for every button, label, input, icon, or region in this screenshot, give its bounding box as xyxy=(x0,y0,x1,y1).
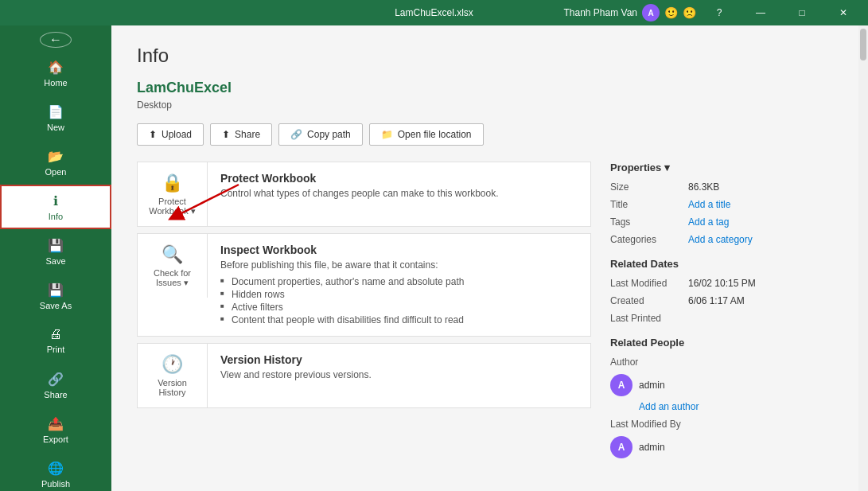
publish-icon: 🌐 xyxy=(48,461,64,476)
file-name: LamChuExcel xyxy=(137,80,833,96)
properties-table: Size 86.3KB Title Add a title Tags Add a… xyxy=(610,181,833,245)
page-title: Info xyxy=(137,45,833,67)
last-printed-row: Last Printed xyxy=(610,313,833,324)
inspect-workbook-card: 🔍 Check for Issues ▾ Inspect Workbook Be… xyxy=(137,233,591,337)
protect-workbook-desc: Control what types of changes people can… xyxy=(220,188,578,199)
last-modified-by-entry: A admin xyxy=(610,436,833,458)
sidebar-item-home[interactable]: 🏠 Home xyxy=(0,51,111,95)
last-printed-label: Last Printed xyxy=(610,313,682,324)
props-size-value: 86.3KB xyxy=(688,181,719,193)
add-author-link[interactable]: Add an author xyxy=(639,401,833,412)
share-label: Share xyxy=(235,129,260,140)
bullet-2: Hidden rows xyxy=(220,288,578,301)
action-buttons-row: ⬆ Upload ⬆ Share 🔗 Copy path 📁 Open file… xyxy=(137,123,833,146)
right-column: Properties ▾ Size 86.3KB Title Add a tit… xyxy=(610,162,833,463)
user-avatar: A xyxy=(642,4,660,21)
props-title-link[interactable]: Add a title xyxy=(688,199,730,210)
version-history-body: Version History View and restore previou… xyxy=(208,344,590,395)
sidebar-item-export[interactable]: 📤 Export xyxy=(0,407,111,452)
sidebar-item-open[interactable]: 📂 Open xyxy=(0,140,111,185)
version-history-button[interactable]: 🕐 Version History xyxy=(138,344,208,407)
close-button[interactable]: ✕ xyxy=(825,0,862,25)
props-title-row: Title Add a title xyxy=(610,199,833,210)
inspect-workbook-title: Inspect Workbook xyxy=(220,244,578,256)
minimize-button[interactable]: — xyxy=(742,0,779,25)
check-issues-button[interactable]: 🔍 Check for Issues ▾ xyxy=(138,234,208,298)
upload-button[interactable]: ⬆ Upload xyxy=(137,123,204,146)
copy-path-button[interactable]: 🔗 Copy path xyxy=(278,123,363,146)
last-modified-by-row: Last Modified By xyxy=(610,419,833,430)
share-btn-icon: ⬆ xyxy=(222,129,230,140)
home-icon: 🏠 xyxy=(48,60,64,75)
protect-workbook-title: Protect Workbook xyxy=(220,172,578,185)
maximize-button[interactable]: □ xyxy=(784,0,820,25)
last-modified-by-avatar: A xyxy=(610,436,633,458)
open-file-location-button[interactable]: 📁 Open file location xyxy=(369,123,484,146)
two-col-layout: 🔒 Protect Workbook ▾ Protect Workbook Co… xyxy=(137,162,833,463)
sidebar-item-print-label: Print xyxy=(47,345,65,354)
version-history-card: 🕐 Version History Version History View a… xyxy=(137,343,591,408)
upload-icon: ⬆ xyxy=(149,129,157,140)
copy-path-icon: 🔗 xyxy=(290,129,302,140)
props-categories-link[interactable]: Add a category xyxy=(688,234,753,245)
share-icon: 🔗 xyxy=(48,372,64,387)
sidebar-item-export-label: Export xyxy=(43,434,68,444)
last-modified-label: Last Modified xyxy=(610,278,682,289)
author-row: Author xyxy=(610,357,833,368)
author-label: Author xyxy=(610,357,682,368)
protect-workbook-button[interactable]: 🔒 Protect Workbook ▾ xyxy=(138,162,208,226)
sidebar-item-info-label: Info xyxy=(49,212,63,221)
props-tags-link[interactable]: Add a tag xyxy=(688,216,729,228)
last-modified-by-label: Last Modified By xyxy=(610,419,682,430)
upload-label: Upload xyxy=(162,129,192,140)
copy-path-label: Copy path xyxy=(307,129,351,140)
last-modified-value: 16/02 10:15 PM xyxy=(688,278,756,289)
share-button[interactable]: ⬆ Share xyxy=(210,123,272,146)
bullet-3: Active filters xyxy=(220,301,578,314)
sidebar-item-save-as[interactable]: 💾 Save As xyxy=(0,274,111,318)
version-history-icon-label: Version History xyxy=(158,378,187,397)
protect-workbook-card: 🔒 Protect Workbook ▾ Protect Workbook Co… xyxy=(137,162,591,227)
titlebar: LamChuExcel.xlsx Thanh Pham Van A 🙂 🙁 ? … xyxy=(0,0,868,25)
sidebar-item-open-label: Open xyxy=(45,167,67,177)
open-file-location-label: Open file location xyxy=(398,129,472,140)
help-button[interactable]: ? xyxy=(701,0,738,25)
author-entry: A admin xyxy=(610,374,833,396)
emoji-happy: 🙂 xyxy=(664,6,678,19)
sidebar-item-save-as-label: Save As xyxy=(40,301,72,310)
back-button[interactable]: ← xyxy=(40,32,72,48)
app-body: ← 🏠 Home 📄 New 📂 Open ℹ Info 💾 Save 💾 Sa… xyxy=(0,25,868,491)
scroll-thumb[interactable] xyxy=(860,29,866,60)
scrollbar[interactable] xyxy=(858,25,868,491)
sidebar-item-home-label: Home xyxy=(44,78,67,88)
protect-workbook-icon: 🔒 xyxy=(162,173,183,193)
sidebar-item-print[interactable]: 🖨 Print xyxy=(0,318,111,363)
related-dates-header: Related Dates xyxy=(610,258,833,270)
created-label: Created xyxy=(610,295,682,306)
sidebar-item-share-label: Share xyxy=(44,390,67,399)
props-title-label: Title xyxy=(610,199,682,210)
version-history-desc: View and restore previous versions. xyxy=(220,369,578,380)
inspect-bullets: Document properties, author's name and a… xyxy=(220,275,578,326)
author-avatar: A xyxy=(610,374,633,396)
sidebar-item-save[interactable]: 💾 Save xyxy=(0,229,111,274)
open-icon: 📂 xyxy=(48,149,64,164)
inspect-icon: 🔍 xyxy=(162,244,183,265)
version-history-icon: 🕐 xyxy=(162,354,183,375)
related-people-header: Related People xyxy=(610,337,833,349)
sidebar-item-save-label: Save xyxy=(45,256,65,266)
props-categories-label: Categories xyxy=(610,234,682,245)
last-modified-row: Last Modified 16/02 10:15 PM xyxy=(610,278,833,289)
save-icon: 💾 xyxy=(48,238,64,253)
properties-header: Properties ▾ xyxy=(610,162,833,173)
file-location: Desktop xyxy=(137,99,833,111)
sidebar-item-share[interactable]: 🔗 Share xyxy=(0,363,111,407)
sidebar-item-new[interactable]: 📄 New xyxy=(0,95,111,140)
sidebar-item-new-label: New xyxy=(47,123,64,132)
content-area: Info LamChuExcel Desktop ⬆ Upload ⬆ Shar… xyxy=(111,25,858,491)
protect-workbook-icon-label: Protect Workbook ▾ xyxy=(149,197,195,216)
save-as-icon: 💾 xyxy=(48,283,64,298)
sidebar-item-publish[interactable]: 🌐 Publish xyxy=(0,452,111,491)
sidebar-item-info[interactable]: ℹ Info xyxy=(0,185,111,229)
print-icon: 🖨 xyxy=(49,327,62,341)
